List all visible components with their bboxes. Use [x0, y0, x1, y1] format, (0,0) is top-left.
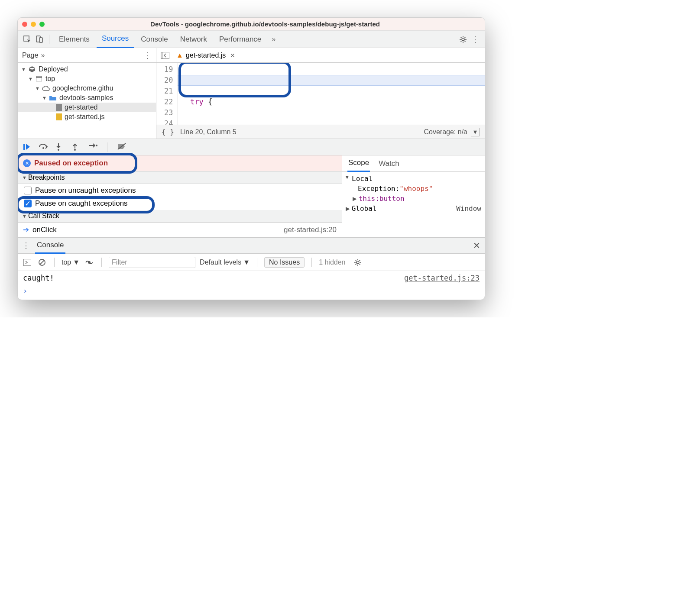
toggle-navigator-icon[interactable] — [160, 50, 170, 61]
svg-rect-4 — [36, 76, 42, 81]
drawer-tabs: ⋮ Console ✕ — [18, 237, 485, 254]
debugger-panes: ✕ Paused on exception Breakpoints Pause … — [18, 155, 485, 237]
pause-uncaught-checkbox[interactable]: Pause on uncaught exceptions — [18, 184, 342, 197]
scope-this[interactable]: ▶this: button — [346, 194, 481, 204]
breakpoints-header[interactable]: Breakpoints — [18, 171, 342, 184]
callstack-header[interactable]: Call Stack — [18, 210, 342, 223]
pretty-print-icon[interactable]: { } — [162, 128, 174, 136]
frame-icon — [35, 75, 43, 83]
box-icon — [28, 65, 36, 73]
deactivate-breakpoints-icon[interactable] — [117, 142, 126, 152]
live-expression-icon[interactable] — [84, 257, 94, 268]
maximize-icon[interactable] — [39, 22, 45, 27]
close-drawer-icon[interactable]: ✕ — [473, 240, 480, 251]
nav-tab-page[interactable]: Page — [22, 52, 38, 59]
chevron-down-icon: ▼ — [243, 258, 250, 266]
step-icon[interactable] — [88, 142, 97, 152]
step-into-icon[interactable] — [55, 142, 65, 152]
current-frame-icon: ➔ — [23, 225, 29, 234]
issues-button[interactable]: No Issues — [264, 257, 305, 268]
pause-caught-checkbox[interactable]: ✓ Pause on caught exceptions — [18, 197, 342, 210]
more-nav-tabs-icon[interactable]: » — [38, 52, 47, 59]
tree-file-get-started[interactable]: get-started — [18, 103, 156, 112]
drawer-menu-icon[interactable]: ⋮ — [22, 241, 30, 250]
tab-watch[interactable]: Watch — [378, 159, 400, 168]
editor-tab-file[interactable]: ▲ get-started.js ✕ — [175, 52, 237, 59]
separator — [101, 258, 102, 267]
console-prompt[interactable]: › — [18, 285, 485, 300]
cursor-position: Line 20, Column 5 — [180, 128, 237, 136]
kebab-menu-icon[interactable]: ⋮ — [470, 34, 480, 45]
window-title: DevTools - googlechrome.github.io/devtoo… — [50, 20, 480, 28]
coverage-dropdown-icon[interactable]: ▾ — [471, 128, 480, 136]
separator — [311, 258, 312, 267]
close-icon[interactable] — [22, 22, 27, 27]
js-file-icon — [56, 113, 62, 120]
chevron-down-icon[interactable] — [21, 67, 26, 72]
device-toggle-icon[interactable] — [34, 34, 45, 45]
more-tabs-icon[interactable]: » — [268, 36, 279, 43]
coverage-label: Coverage: n/a — [424, 128, 467, 136]
scope-exception[interactable]: Exception: "whoops" — [346, 184, 481, 194]
debugger-toolbar — [18, 139, 485, 155]
chevron-right-icon: ▶ — [353, 194, 357, 203]
resume-icon[interactable] — [22, 142, 32, 152]
dismiss-icon[interactable]: ✕ — [23, 159, 31, 167]
filter-input[interactable]: Filter — [109, 257, 195, 268]
console-toolbar: top ▼ Filter Default levels ▼ No Issues … — [18, 254, 485, 271]
separator — [54, 258, 55, 267]
chevron-down-icon: ▼ — [73, 258, 80, 266]
tree-top[interactable]: top — [18, 74, 156, 84]
code-content: try { throw "whoops"; } catch(err) { con… — [178, 63, 485, 125]
chevron-right-icon: ▶ — [346, 204, 350, 213]
step-out-icon[interactable] — [71, 142, 81, 152]
file-tree: Deployed top googlechrome.githu devtools… — [18, 63, 156, 123]
scope-body: Local Exception: "whoops" ▶this: button … — [342, 172, 485, 215]
console-message[interactable]: caught! get-started.js:23 — [18, 271, 485, 285]
titlebar: DevTools - googlechrome.github.io/devtoo… — [18, 18, 485, 31]
tree-domain[interactable]: googlechrome.githu — [18, 84, 156, 93]
main-tabstrip: Elements Sources Console Network Perform… — [18, 31, 485, 48]
minimize-icon[interactable] — [31, 22, 36, 27]
warning-icon: ▲ — [176, 52, 183, 59]
checkbox-icon[interactable] — [24, 187, 32, 194]
svg-point-10 — [58, 149, 59, 151]
tree-deployed[interactable]: Deployed — [18, 65, 156, 74]
tab-performance[interactable]: Performance — [214, 31, 266, 48]
tree-file-get-started-js[interactable]: get-started.js — [18, 112, 156, 122]
scope-local[interactable]: Local — [346, 174, 481, 184]
chevron-down-icon[interactable] — [42, 95, 46, 100]
drawer-tab-console[interactable]: Console — [35, 237, 65, 254]
scope-global[interactable]: ▶GlobalWindow — [346, 204, 481, 213]
chevron-down-icon — [22, 175, 26, 180]
debugger-left: ✕ Paused on exception Breakpoints Pause … — [18, 155, 342, 237]
context-selector[interactable]: top ▼ — [62, 258, 80, 266]
svg-rect-8 — [23, 144, 25, 150]
tree-folder[interactable]: devtools-samples — [18, 93, 156, 103]
gear-icon[interactable] — [458, 34, 468, 45]
clear-console-icon[interactable] — [37, 257, 47, 268]
console-sidebar-toggle-icon[interactable] — [22, 257, 32, 268]
navigator-menu-icon[interactable]: ⋮ — [143, 51, 152, 60]
chevron-down-icon[interactable] — [35, 86, 39, 91]
code-editor[interactable]: 19 20 21 22 23 24 25 try { throw "whoops… — [156, 63, 485, 125]
close-tab-icon[interactable]: ✕ — [230, 52, 235, 59]
chevron-down-icon[interactable] — [28, 76, 32, 81]
checkbox-checked-icon[interactable]: ✓ — [24, 200, 32, 207]
cloud-icon — [42, 84, 50, 92]
svg-line-16 — [40, 260, 44, 265]
scope-pane: Scope Watch Local Exception: "whoops" ▶t… — [342, 155, 485, 237]
callstack-frame[interactable]: ➔ onClick get-started.js:20 — [18, 223, 342, 237]
step-over-icon[interactable] — [39, 142, 48, 152]
message-source-link[interactable]: get-started.js:23 — [404, 274, 480, 282]
tab-elements[interactable]: Elements — [54, 31, 95, 48]
console-settings-icon[interactable] — [353, 257, 363, 268]
separator — [49, 35, 49, 44]
inspect-element-icon[interactable] — [22, 34, 32, 45]
log-levels-selector[interactable]: Default levels ▼ — [200, 258, 250, 266]
tab-scope[interactable]: Scope — [347, 155, 370, 172]
tab-console[interactable]: Console — [136, 31, 173, 48]
tab-network[interactable]: Network — [175, 31, 212, 48]
chevron-down-icon — [346, 174, 350, 183]
tab-sources[interactable]: Sources — [97, 31, 134, 48]
